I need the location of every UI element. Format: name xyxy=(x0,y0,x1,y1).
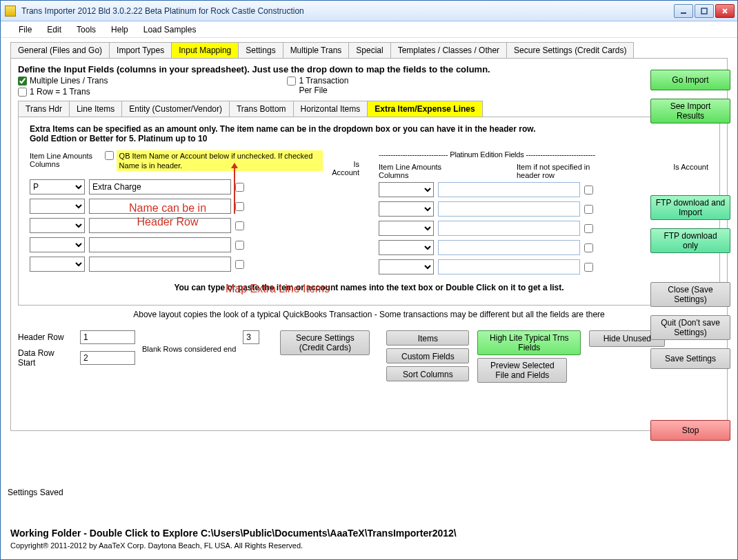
btn-save-settings[interactable]: Save Settings xyxy=(650,348,730,369)
left-item-name-3[interactable] xyxy=(89,237,231,252)
subtab-extra-item[interactable]: Extra Item/Expense Lines xyxy=(367,101,482,117)
chk-1trans-per-file[interactable]: 1 Transaction Per File xyxy=(287,76,348,95)
left-isaccount-3[interactable] xyxy=(235,241,244,250)
copyright: Copyright® 2011-2012 by AaaTeX Corp. Day… xyxy=(10,541,457,550)
btn-stop[interactable]: Stop xyxy=(650,420,730,441)
right-col-select-2[interactable] xyxy=(379,221,434,236)
left-row: P xyxy=(30,179,359,194)
btn-ftp-import[interactable]: FTP download and Import xyxy=(650,195,730,220)
left-col-select-4[interactable] xyxy=(30,257,85,272)
tab-multiple-trans[interactable]: Multiple Trans xyxy=(283,42,350,58)
tab-general[interactable]: General (Files and Go) xyxy=(10,42,110,58)
btn-custom-fields[interactable]: Custom Fields xyxy=(386,348,469,363)
maximize-button[interactable] xyxy=(695,4,714,18)
btn-highlite[interactable]: High Lite Typical Trns Fields xyxy=(477,330,581,355)
tab-import-types[interactable]: Import Types xyxy=(109,42,172,58)
left-col-select-0[interactable]: P xyxy=(30,179,85,194)
tab-settings[interactable]: Settings xyxy=(238,42,283,58)
right-item-name-2[interactable] xyxy=(438,221,580,236)
tab-input-mapping[interactable]: Input Mapping xyxy=(171,42,239,58)
left-item-name-2[interactable] xyxy=(89,218,231,233)
header-row-group: Header Row Blank Rows considered end Dat… xyxy=(18,330,263,368)
right-col-select-0[interactable] xyxy=(379,182,434,197)
right-button-bar: Go Import See Import Results FTP downloa… xyxy=(650,70,730,441)
right-col-select-1[interactable] xyxy=(379,201,434,217)
window-title: Trans Importer 2012 Bld 3.0.2.22 Beta Pl… xyxy=(20,6,674,16)
left-label-isaccount: Is Account xyxy=(327,150,359,177)
input-data-row-start[interactable] xyxy=(80,351,135,365)
subtab-horizontal[interactable]: Horizontal Items xyxy=(293,101,368,117)
input-header-row[interactable] xyxy=(80,330,135,344)
app-window: Trans Importer 2012 Bld 3.0.2.22 Beta Pl… xyxy=(0,0,738,560)
right-isaccount-4[interactable] xyxy=(584,263,593,272)
status-text: Settings Saved xyxy=(8,488,63,497)
chk-multiple-lines-input[interactable] xyxy=(18,77,27,86)
right-item-name-1[interactable] xyxy=(438,201,580,217)
chk-name-in-header[interactable]: QB Item Name or Account below if uncheck… xyxy=(105,150,323,171)
left-col-select-3[interactable] xyxy=(30,237,85,252)
btn-ftp-only[interactable]: FTP download only xyxy=(650,228,730,253)
minimize-button[interactable] xyxy=(674,4,693,18)
left-row xyxy=(30,199,359,214)
left-item-name-0[interactable] xyxy=(89,179,231,194)
left-row xyxy=(30,237,359,252)
subpanel-intro: Extra Items can be specified as an amoun… xyxy=(30,124,708,143)
subtab-trans-bottom[interactable]: Trans Bottom xyxy=(229,101,294,117)
btn-preview[interactable]: Preview Selected File and Fields xyxy=(477,358,567,383)
menu-file[interactable]: File xyxy=(19,25,32,34)
right-isaccount-3[interactable] xyxy=(584,243,593,252)
left-isaccount-4[interactable] xyxy=(235,260,244,269)
left-isaccount-1[interactable] xyxy=(235,202,244,211)
below-note: Above layout copies the look of a typica… xyxy=(18,310,720,319)
btn-go-import[interactable]: Go Import xyxy=(650,70,730,90)
left-item-name-4[interactable] xyxy=(89,257,231,272)
left-col-select-2[interactable] xyxy=(30,218,85,233)
menu-edit[interactable]: Edit xyxy=(47,25,61,34)
chk-1row-1trans[interactable]: 1 Row = 1 Trans xyxy=(18,87,108,97)
left-label-amounts: Item Line Amounts Columns xyxy=(30,150,101,168)
right-item-name-4[interactable] xyxy=(438,259,580,274)
tab-templates[interactable]: Templates / Classes / Other xyxy=(390,42,507,58)
right-isaccount-1[interactable] xyxy=(584,205,593,214)
left-isaccount-2[interactable] xyxy=(235,221,244,230)
subtab-line-items[interactable]: Line Items xyxy=(69,101,122,117)
tab-secure[interactable]: Secure Settings (Credit Cards) xyxy=(506,42,634,58)
chk-multiple-lines[interactable]: Multiple Lines / Trans xyxy=(18,76,108,86)
btn-close-save[interactable]: Close (Save Settings) xyxy=(650,282,730,307)
input-blank-rows[interactable] xyxy=(243,330,259,344)
close-button[interactable] xyxy=(715,4,735,18)
right-isaccount-2[interactable] xyxy=(584,224,593,233)
btn-sort-columns[interactable]: Sort Columns xyxy=(386,366,469,381)
left-isaccount-0[interactable] xyxy=(235,183,244,192)
right-isaccount-0[interactable] xyxy=(584,186,593,194)
working-folder[interactable]: Working Folder - Double Click to Explore… xyxy=(10,528,457,539)
chk-1trans-input[interactable] xyxy=(287,77,296,86)
right-label-item: Item if not specified in header row xyxy=(517,163,612,179)
left-col-select-1[interactable] xyxy=(30,199,85,214)
menu-help[interactable]: Help xyxy=(111,25,128,34)
menu-load-samples[interactable]: Load Samples xyxy=(143,25,197,34)
btn-quit[interactable]: Quit (Don't save Settings) xyxy=(650,315,730,340)
app-icon xyxy=(5,6,16,17)
footer-note: You can type or paste the item or accoun… xyxy=(30,283,708,292)
menu-tools[interactable]: Tools xyxy=(77,25,96,34)
right-item-name-3[interactable] xyxy=(438,240,580,255)
btn-see-results[interactable]: See Import Results xyxy=(650,99,730,123)
sub-tabs: Trans Hdr Line Items Entity (Customer/Ve… xyxy=(18,101,720,117)
panel-heading: Define the Input Fields (columns in your… xyxy=(18,64,720,74)
subtab-trans-hdr[interactable]: Trans Hdr xyxy=(18,101,70,117)
btn-items[interactable]: Items xyxy=(386,330,469,346)
right-col-select-4[interactable] xyxy=(379,259,434,274)
left-item-name-1[interactable] xyxy=(89,199,231,214)
btn-secure-settings[interactable]: Secure Settings (Credit Cards) xyxy=(280,330,370,355)
tab-special[interactable]: Special xyxy=(348,42,390,58)
right-item-name-0[interactable] xyxy=(438,182,580,197)
left-row xyxy=(30,257,359,272)
titlebar: Trans Importer 2012 Bld 3.0.2.22 Beta Pl… xyxy=(1,1,737,21)
chk-1row-input[interactable] xyxy=(18,88,27,97)
right-col-select-3[interactable] xyxy=(379,240,434,255)
chk-name-in-header-input[interactable] xyxy=(105,151,114,160)
subtab-entity[interactable]: Entity (Customer/Vendor) xyxy=(121,101,230,117)
menubar: File Edit Tools Help Load Samples xyxy=(1,21,737,38)
left-row xyxy=(30,218,359,233)
